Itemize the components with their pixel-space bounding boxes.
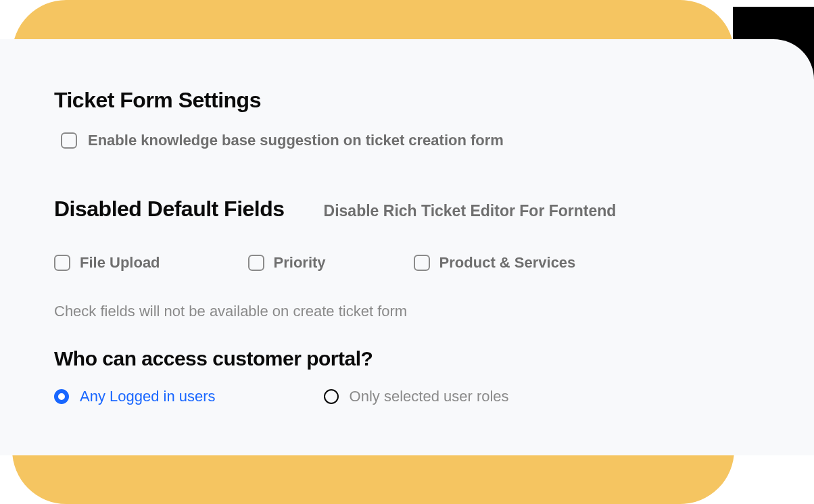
disabled-fields-helper: Check fields will not be available on cr…	[54, 303, 760, 320]
any-logged-in-option[interactable]: Any Logged in users	[54, 388, 216, 405]
selected-roles-option[interactable]: Only selected user roles	[324, 388, 509, 405]
portal-access-options: Any Logged in users Only selected user r…	[54, 388, 760, 405]
disabled-fields-options: File Upload Priority Product & Services	[54, 254, 760, 272]
priority-label: Priority	[274, 254, 326, 272]
ticket-form-settings-title: Ticket Form Settings	[54, 88, 760, 113]
kb-suggestion-label: Enable knowledge base suggestion on tick…	[88, 132, 504, 149]
product-services-checkbox[interactable]	[414, 255, 430, 271]
priority-option: Priority	[248, 254, 326, 272]
product-services-option: Product & Services	[414, 254, 576, 272]
disable-rich-editor-label: Disable Rich Ticket Editor For Forntend	[324, 202, 617, 220]
radio-unselected-icon	[324, 389, 339, 404]
file-upload-label: File Upload	[80, 254, 160, 272]
settings-panel: Ticket Form Settings Enable knowledge ba…	[0, 39, 814, 455]
product-services-label: Product & Services	[439, 254, 576, 272]
selected-roles-label: Only selected user roles	[350, 388, 509, 405]
file-upload-option: File Upload	[54, 254, 160, 272]
kb-suggestion-checkbox[interactable]	[61, 132, 77, 149]
kb-suggestion-row: Enable knowledge base suggestion on tick…	[61, 132, 760, 149]
disabled-fields-title: Disabled Default Fields	[54, 197, 285, 222]
portal-access-title: Who can access customer portal?	[54, 347, 760, 370]
any-logged-in-label: Any Logged in users	[80, 388, 216, 405]
radio-selected-icon	[54, 389, 69, 404]
priority-checkbox[interactable]	[248, 255, 264, 271]
file-upload-checkbox[interactable]	[54, 255, 70, 271]
disabled-fields-header: Disabled Default Fields Disable Rich Tic…	[54, 197, 760, 222]
